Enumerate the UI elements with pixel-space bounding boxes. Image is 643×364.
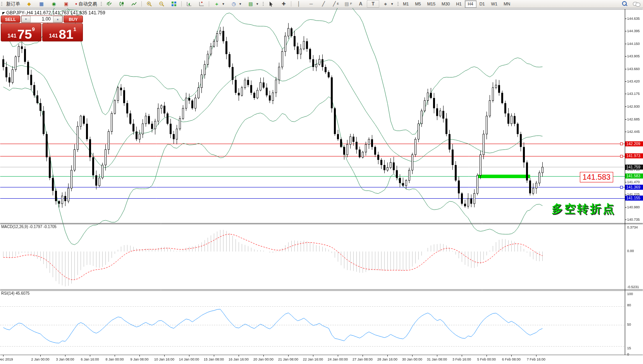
cursor-icon[interactable] — [265, 0, 277, 8]
period-button-m30[interactable]: M30 — [438, 0, 453, 8]
price-axis-tick: 143.175 — [627, 92, 640, 96]
chart-flag-icon: ◤ — [2, 11, 5, 15]
candlestick-icon[interactable] — [115, 0, 128, 8]
community-chat-icon[interactable] — [633, 1, 640, 7]
toolbar-separator — [397, 1, 399, 7]
buy-price-big: 81 — [59, 28, 74, 40]
clock-icon: ◷ — [230, 1, 237, 7]
period-button-h4[interactable]: H4 — [465, 0, 476, 8]
symbol-ohlc-text: GBPJPY-,H4 141.672 141.763 141.635 141.7… — [6, 10, 105, 15]
zoom-out-icon[interactable] — [155, 0, 168, 8]
toolbar-separator — [209, 1, 209, 7]
zoom-in-icon[interactable] — [143, 0, 155, 8]
price-axis-badge: 141.973 — [625, 153, 643, 158]
new-order-button[interactable]: 新订单 — [3, 0, 23, 8]
macd-indicator-label: MACD(12,26,9) -0.1797 -0.1705 — [1, 225, 57, 229]
buy-price-pip: 1 — [73, 24, 76, 35]
templates-button[interactable]: ▤ ▼ — [244, 0, 261, 8]
buy-button[interactable]: BUY — [64, 15, 83, 23]
toolbar-separator — [100, 1, 102, 7]
price-axis-tick: 142.445 — [627, 130, 640, 134]
line-chart-icon[interactable] — [128, 0, 140, 8]
period-button-m1[interactable]: M1 — [400, 0, 412, 8]
autoscroll-icon[interactable] — [183, 0, 195, 8]
buy-price-prefix: 141 — [49, 31, 58, 40]
macd-axis-tick: 0.00 — [627, 249, 634, 253]
trendline-icon[interactable]: ╱ — [317, 0, 330, 8]
sell-button[interactable]: SELL — [1, 15, 20, 23]
price-axis-tick: 143.905 — [627, 54, 640, 58]
volume-decrease-button[interactable]: ▼ — [21, 16, 31, 22]
volume-spinner: ▼ 1.00 ▲ — [21, 15, 63, 23]
period-button-w1[interactable]: W1 — [488, 0, 501, 8]
toolbar-separator — [262, 1, 264, 7]
toolbar-separator — [181, 1, 182, 7]
arrows-button[interactable]: ◆ ▼ — [379, 0, 396, 8]
price-axis-tick: 143.420 — [627, 79, 640, 83]
market-watch-icon[interactable]: ▦ — [35, 0, 48, 8]
rsi-axis-tick: 15 — [627, 346, 631, 350]
text-label-icon[interactable]: T — [367, 0, 379, 8]
sell-price-panel[interactable]: 141 75 9 — [1, 23, 41, 41]
terminal-icon[interactable]: ▣ — [60, 0, 72, 8]
one-click-trading-panel: SELL ▼ 1.00 ▲ BUY 141 75 9 141 81 1 — [1, 15, 83, 41]
template-icon: ▤ — [247, 1, 254, 7]
time-axis-label: 7 Feb 16:00 — [521, 357, 552, 361]
macd-axis-tick: -0.5231 — [627, 285, 639, 289]
price-axis-badge: 142.209 — [625, 141, 643, 146]
period-button-m15[interactable]: M15 — [424, 0, 438, 8]
main-toolbar: 新订单 ◆ ▦ ◉ ▣ ● 自动交易 ＋ ▼ ◷ ▼ ▤ ▼ — [0, 0, 643, 8]
period-button-mn[interactable]: MN — [500, 0, 513, 8]
rsi-axis-tick: 50 — [627, 323, 631, 326]
crosshair-icon[interactable]: ✚ — [277, 0, 290, 8]
period-button-d1[interactable]: D1 — [476, 0, 488, 8]
price-axis-tick: 140.980 — [627, 205, 640, 209]
text-icon[interactable]: A — [354, 0, 367, 8]
period-button-m5[interactable]: M5 — [412, 0, 424, 8]
price-axis-badge: 141.369 — [625, 185, 643, 190]
price-axis-tick: 144.635 — [627, 17, 640, 21]
price-axis-badge: 141.759 — [625, 165, 643, 170]
metaeditor-icon[interactable]: ◆ — [23, 0, 35, 8]
sell-price-big: 75 — [17, 28, 32, 40]
chart-shift-icon[interactable] — [195, 0, 208, 8]
horizontal-line-icon[interactable]: ─ — [305, 0, 317, 8]
equidistant-channel-icon[interactable]: ╱E — [330, 0, 342, 8]
indicators-button[interactable]: ＋ ▼ — [210, 0, 227, 8]
price-axis-badge: 141.155 — [625, 196, 643, 201]
price-axis-tick: 142.685 — [627, 117, 640, 121]
price-axis-tick: 144.150 — [627, 42, 640, 46]
vertical-line-icon[interactable]: │ — [292, 0, 305, 8]
period-button-h1[interactable]: H1 — [453, 0, 465, 8]
toolbar-separator — [291, 1, 291, 7]
price-axis-tick: 142.930 — [627, 105, 640, 108]
bar-chart-icon[interactable] — [103, 0, 115, 8]
chart-canvas[interactable] — [0, 8, 643, 364]
search-icon[interactable] — [621, 1, 628, 7]
periods-button[interactable]: ◷ ▼ — [227, 0, 244, 8]
mt4-window: { "toolbar": { "new_order_label": "新订单",… — [0, 0, 643, 364]
indicators-add-icon: ＋ — [213, 1, 220, 7]
volume-increase-button[interactable]: ▲ — [53, 16, 62, 22]
chevron-down-icon: ▼ — [256, 2, 259, 6]
navigator-icon[interactable]: ◉ — [48, 0, 60, 8]
price-callout-label[interactable]: 141.583 — [580, 172, 613, 182]
fibonacci-icon[interactable]: ▤F — [342, 0, 354, 8]
toolbar-separator — [141, 1, 142, 7]
time-axis-label: 30 Dec 2019 — [0, 357, 19, 361]
autotrading-button[interactable]: ● 自动交易 — [72, 0, 100, 8]
symbol-info-line: ◤GBPJPY-,H4 141.672 141.763 141.635 141.… — [2, 10, 105, 15]
price-axis-tick: 140.735 — [627, 218, 640, 221]
volume-input[interactable]: 1.00 — [31, 16, 53, 22]
rsi-axis-tick: 80 — [627, 303, 631, 307]
sell-price-prefix: 141 — [7, 31, 16, 40]
autotrading-status-icon: ● — [75, 2, 77, 6]
price-axis-tick: 143.660 — [627, 67, 640, 71]
price-axis-tick: 144.395 — [627, 29, 640, 33]
sell-price-pip: 9 — [32, 24, 34, 35]
buy-price-panel[interactable]: 141 81 1 — [42, 23, 83, 41]
rsi-axis-tick: 100 — [627, 292, 633, 296]
tile-windows-icon[interactable] — [168, 0, 180, 8]
price-axis-tick: 141.470 — [627, 180, 640, 184]
turning-point-annotation[interactable]: 多空转折点 — [552, 201, 615, 217]
